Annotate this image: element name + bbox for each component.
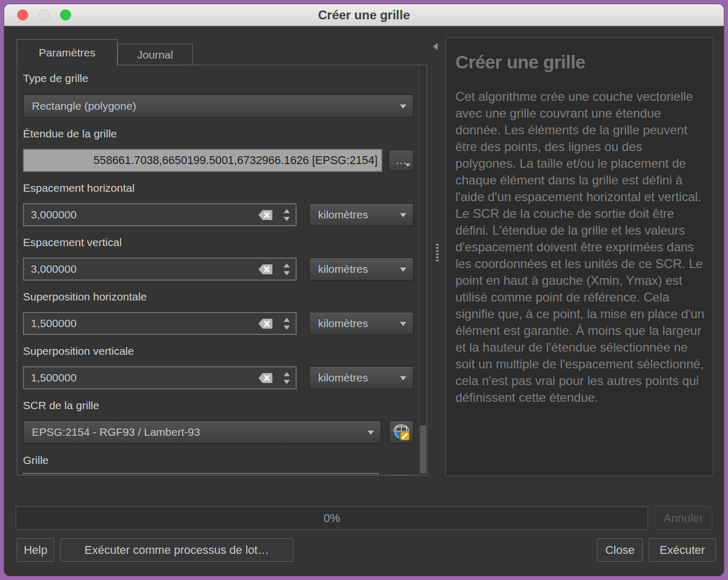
- chevron-down-icon: [400, 268, 406, 272]
- window-title: Créer une grille: [318, 8, 410, 22]
- clear-value-button[interactable]: [258, 373, 273, 384]
- tab-parametres[interactable]: Paramètres: [17, 39, 118, 66]
- progress-bar: 0%: [16, 506, 648, 530]
- spin-up-button[interactable]: [284, 372, 290, 376]
- unit-value: kilomètres: [318, 208, 368, 221]
- unit-value: kilomètres: [318, 317, 368, 330]
- extent-value: 558661.7038,6650199.5001,6732966.1626 [E…: [93, 154, 378, 167]
- v-overlay-spinbox[interactable]: 1,500000: [23, 366, 297, 389]
- grid-type-value: Rectangle (polygone): [32, 100, 136, 112]
- globe-edit-icon: [392, 423, 411, 441]
- chevron-down-icon: [400, 105, 406, 109]
- chevron-down-icon: [400, 213, 406, 217]
- backspace-icon: [258, 264, 273, 275]
- progress-label: 0%: [324, 512, 340, 525]
- crs-label: SCR de la grille: [23, 399, 427, 412]
- h-spacing-label: Espacement horizontal: [23, 181, 427, 195]
- crs-select[interactable]: EPSG:2154 - RGF93 / Lambert-93: [23, 421, 381, 444]
- cancel-button[interactable]: Annuler: [654, 506, 712, 530]
- output-input[interactable]: [23, 473, 379, 475]
- unit-select[interactable]: kilomètres: [309, 203, 414, 226]
- close-button[interactable]: Close: [597, 538, 643, 562]
- spin-down-button[interactable]: [284, 271, 290, 275]
- crs-picker-button[interactable]: [389, 421, 414, 444]
- spin-up-button[interactable]: [284, 318, 290, 322]
- spin-up-button[interactable]: [284, 263, 290, 268]
- spin-up-button[interactable]: [284, 209, 290, 213]
- unit-value: kilomètres: [318, 372, 368, 384]
- extent-input[interactable]: 558661.7038,6650199.5001,6732966.1626 [E…: [23, 149, 382, 172]
- v-spacing-label: Espacement vertical: [23, 236, 427, 249]
- backspace-icon: [258, 210, 273, 221]
- output-browse-button[interactable]: …: [385, 474, 410, 475]
- h-spacing-value: 3,000000: [31, 208, 258, 221]
- v-spacing-spinbox[interactable]: 3,000000: [23, 258, 297, 281]
- minimize-window-button[interactable]: [39, 9, 50, 20]
- chevron-down-icon: [405, 164, 410, 167]
- spin-down-button[interactable]: [284, 217, 290, 221]
- h-overlay-value: 1,500000: [31, 317, 258, 330]
- crs-value: EPSG:2154 - RGF93 / Lambert-93: [32, 426, 200, 438]
- h-overlay-spinbox[interactable]: 1,500000: [23, 312, 297, 335]
- unit-select[interactable]: kilomètres: [309, 312, 414, 335]
- backspace-icon: [258, 318, 273, 329]
- unit-select[interactable]: kilomètres: [309, 258, 414, 281]
- splitter-handle[interactable]: [427, 38, 445, 476]
- close-window-button[interactable]: [17, 9, 28, 20]
- chevron-down-icon: [400, 376, 406, 380]
- collapse-panel-icon[interactable]: [433, 43, 438, 50]
- vertical-scrollbar[interactable]: [419, 65, 427, 475]
- output-label: Grille: [23, 454, 427, 467]
- h-overlay-label: Superposition horizontale: [23, 290, 427, 304]
- clear-value-button[interactable]: [258, 318, 273, 329]
- splitter-grip-icon: [436, 244, 439, 261]
- extent-label: Étendue de la grille: [23, 127, 427, 141]
- chevron-down-icon: [368, 431, 374, 435]
- clear-value-button[interactable]: [258, 210, 273, 221]
- run-as-batch-button[interactable]: Exécuter comme processus de lot…: [60, 538, 293, 562]
- help-title: Créer une grille: [455, 52, 704, 73]
- help-body: Cet algorithme crée une couche vectoriel…: [455, 88, 704, 406]
- h-spacing-spinbox[interactable]: 3,000000: [23, 203, 297, 226]
- clear-value-button[interactable]: [258, 264, 273, 275]
- unit-select[interactable]: kilomètres: [309, 366, 414, 389]
- grid-type-label: Type de grille: [23, 72, 427, 85]
- help-panel: Créer une grille Cet algorithme crée une…: [445, 38, 713, 476]
- help-button[interactable]: Help: [17, 538, 54, 562]
- zoom-window-button[interactable]: [60, 9, 71, 20]
- grid-type-select[interactable]: Rectangle (polygone): [23, 95, 414, 118]
- v-overlay-value: 1,500000: [31, 372, 258, 384]
- run-button[interactable]: Exécuter: [649, 538, 716, 562]
- titlebar: Créer une grille: [4, 4, 724, 26]
- extent-browse-button[interactable]: …: [389, 150, 414, 171]
- v-spacing-value: 3,000000: [31, 263, 258, 275]
- tab-journal[interactable]: Journal: [118, 44, 193, 65]
- backspace-icon: [258, 373, 273, 384]
- unit-value: kilomètres: [318, 263, 368, 275]
- chevron-down-icon: [400, 322, 406, 326]
- spin-down-button[interactable]: [284, 380, 290, 384]
- parameters-pane: Type de grille Rectangle (polygone) Éten…: [17, 65, 427, 475]
- v-overlay-label: Superposition verticale: [23, 344, 427, 358]
- create-grid-dialog: Créer une grille Paramètres Journal Type…: [4, 4, 724, 576]
- spin-down-button[interactable]: [284, 326, 290, 330]
- scrollbar-thumb[interactable]: [420, 425, 426, 473]
